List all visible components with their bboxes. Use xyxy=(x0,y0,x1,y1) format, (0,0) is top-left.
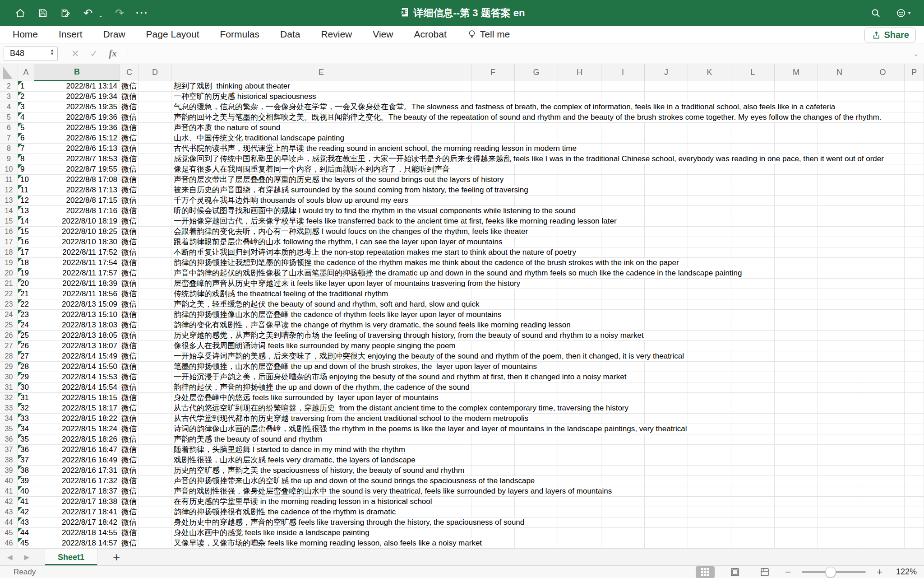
cell-B36[interactable]: 2022/8/15 18:26 xyxy=(34,434,120,445)
cell-I7[interactable] xyxy=(601,133,645,144)
cell-E3[interactable]: 一种空旷的历史感 historical spaciousness xyxy=(171,92,471,102)
cell-E20[interactable]: 声音中韵律的起伏的戏剧性像极了山水画笔墨间的抑扬顿挫 the dramatic … xyxy=(171,268,471,279)
cell-L35[interactable] xyxy=(731,424,775,434)
cell-M7[interactable] xyxy=(775,133,818,144)
cell-N20[interactable] xyxy=(818,268,861,279)
cell-M17[interactable] xyxy=(775,237,818,247)
cell-D39[interactable] xyxy=(139,466,171,476)
cell-O29[interactable] xyxy=(861,362,905,372)
formula-bar-expand-icon[interactable]: ⌄ xyxy=(913,50,919,57)
cell-M38[interactable] xyxy=(775,455,818,466)
cell-J36[interactable] xyxy=(645,434,688,445)
cell-H7[interactable] xyxy=(558,133,601,144)
cell-K38[interactable] xyxy=(688,455,731,466)
cell-C17[interactable]: 微信 xyxy=(120,237,139,247)
cell-H13[interactable] xyxy=(558,196,601,206)
cell-O11[interactable] xyxy=(861,175,905,185)
cell-C23[interactable]: 微信 xyxy=(120,299,139,310)
cell-G43[interactable] xyxy=(515,507,558,517)
cell-A9[interactable]: 8 xyxy=(18,154,34,164)
cell-L32[interactable] xyxy=(731,393,775,403)
cell-M18[interactable] xyxy=(775,247,818,258)
zoom-slider-knob[interactable] xyxy=(825,567,836,578)
cell-P10[interactable] xyxy=(905,164,924,175)
cell-A46[interactable]: 45 xyxy=(18,538,34,549)
cell-C14[interactable]: 微信 xyxy=(120,206,139,216)
cell-E36[interactable]: 声韵的美感 the beauty of sound and rhythm xyxy=(171,434,471,445)
cell-K13[interactable] xyxy=(688,196,731,206)
cell-O2[interactable] xyxy=(861,81,905,92)
cell-B18[interactable]: 2022/8/11 17:52 xyxy=(34,247,120,258)
cell-M15[interactable] xyxy=(775,216,818,227)
cell-I16[interactable] xyxy=(601,227,645,237)
cell-L23[interactable] xyxy=(731,299,775,310)
name-box[interactable]: B48 ▲▼ xyxy=(4,47,58,61)
cell-L31[interactable] xyxy=(731,382,775,393)
cell-A14[interactable]: 13 xyxy=(18,206,34,216)
row-header-46[interactable]: 46 xyxy=(0,538,18,549)
cell-J46[interactable] xyxy=(645,538,688,549)
cell-E34[interactable]: 从古代学堂到现代都市的历史穿越 traversing from the anci… xyxy=(171,414,471,424)
cell-M44[interactable] xyxy=(775,517,818,528)
cell-K6[interactable] xyxy=(688,123,731,133)
row-header-5[interactable]: 5 xyxy=(0,112,18,123)
cell-O21[interactable] xyxy=(861,279,905,289)
row-header-16[interactable]: 16 xyxy=(0,227,18,237)
cell-P16[interactable] xyxy=(905,227,924,237)
cell-M23[interactable] xyxy=(775,299,818,310)
cell-F38[interactable] xyxy=(471,455,515,466)
cell-H21[interactable] xyxy=(558,279,601,289)
cell-A11[interactable]: 10 xyxy=(18,175,34,185)
select-all-corner[interactable] xyxy=(0,64,18,81)
cell-B34[interactable]: 2022/8/15 18:22 xyxy=(34,414,120,424)
cell-K11[interactable] xyxy=(688,175,731,185)
cell-M43[interactable] xyxy=(775,507,818,517)
cell-L29[interactable] xyxy=(731,362,775,372)
column-header-F[interactable]: F xyxy=(471,64,515,81)
cell-K3[interactable] xyxy=(688,92,731,102)
cell-I42[interactable] xyxy=(601,497,645,507)
cell-I32[interactable] xyxy=(601,393,645,403)
cell-O34[interactable] xyxy=(861,414,905,424)
cell-A41[interactable]: 40 xyxy=(18,486,34,497)
cell-P15[interactable] xyxy=(905,216,924,227)
add-sheet-button[interactable]: + xyxy=(113,551,120,564)
cell-G23[interactable] xyxy=(515,299,558,310)
cell-E27[interactable]: 像很多人在我周围朗诵诗词 feels like surrounded by ma… xyxy=(171,341,471,351)
account-smiley-icon[interactable]: ▾ xyxy=(894,7,912,19)
cell-D27[interactable] xyxy=(139,341,171,351)
cell-J15[interactable] xyxy=(645,216,688,227)
cell-F42[interactable] xyxy=(471,497,515,507)
cell-I40[interactable] xyxy=(601,476,645,486)
cell-J21[interactable] xyxy=(645,279,688,289)
cell-N28[interactable] xyxy=(818,351,861,362)
cell-K44[interactable] xyxy=(688,517,731,528)
cell-F36[interactable] xyxy=(471,434,515,445)
cell-A26[interactable]: 25 xyxy=(18,331,34,341)
cell-N36[interactable] xyxy=(818,434,861,445)
cell-M12[interactable] xyxy=(775,185,818,196)
cell-K46[interactable] xyxy=(688,538,731,549)
cell-P14[interactable] xyxy=(905,206,924,216)
cell-A24[interactable]: 23 xyxy=(18,310,34,320)
cell-K43[interactable] xyxy=(688,507,731,517)
cell-N8[interactable] xyxy=(818,144,861,154)
cell-A35[interactable]: 34 xyxy=(18,424,34,434)
cell-E25[interactable]: 韵律的变化有戏剧性，声音像早读 the change of rhythm is … xyxy=(171,320,471,331)
cell-D45[interactable] xyxy=(139,528,171,538)
cell-A43[interactable]: 42 xyxy=(18,507,34,517)
row-header-6[interactable]: 6 xyxy=(0,123,18,133)
cell-O35[interactable] xyxy=(861,424,905,434)
page-layout-view-button[interactable] xyxy=(725,566,744,578)
cell-D43[interactable] xyxy=(139,507,171,517)
column-header-E[interactable]: E xyxy=(171,64,471,81)
cell-D16[interactable] xyxy=(139,227,171,237)
cell-K41[interactable] xyxy=(688,486,731,497)
tab-data[interactable]: Data xyxy=(280,29,300,40)
cell-B26[interactable]: 2022/8/13 18:05 xyxy=(34,331,120,341)
cell-N7[interactable] xyxy=(818,133,861,144)
zoom-out-button[interactable]: − xyxy=(785,567,791,577)
cell-D32[interactable] xyxy=(139,393,171,403)
cell-N15[interactable] xyxy=(818,216,861,227)
cell-J12[interactable] xyxy=(645,185,688,196)
